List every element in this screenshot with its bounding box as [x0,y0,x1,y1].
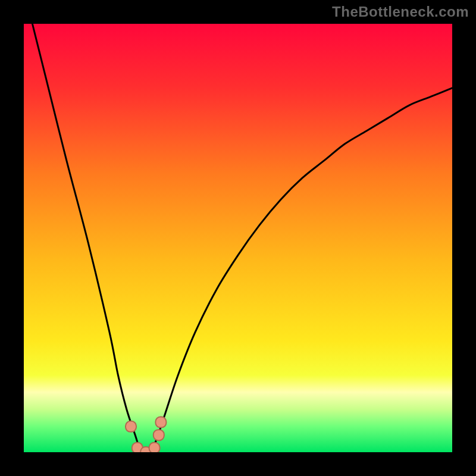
chart-frame: TheBottleneck.com [0,0,476,476]
plot-area [24,24,452,452]
plot-svg [24,24,452,452]
data-marker [154,430,164,440]
data-marker [149,443,160,452]
data-marker [126,421,136,432]
gradient-background [24,24,452,452]
data-marker [155,417,166,428]
watermark-text: TheBottleneck.com [332,4,469,20]
